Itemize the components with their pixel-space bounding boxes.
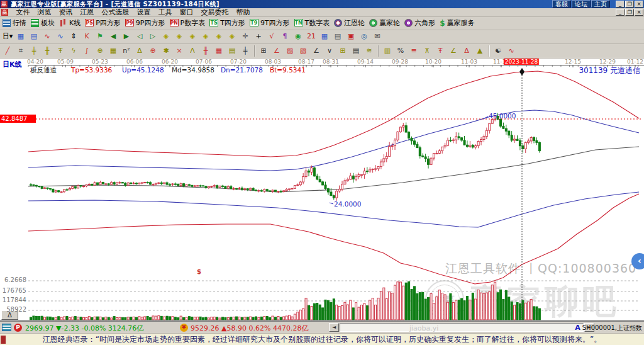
toolbar-button-六角形[interactable]: 六角形 <box>403 18 438 29</box>
draw-tool-32[interactable]: ≡ <box>408 45 420 57</box>
nav-tool-21[interactable]: ¶ <box>279 31 291 42</box>
window-sysbtn-1[interactable]: ❐ <box>625 1 634 8</box>
title-button-论坛[interactable]: 论坛 <box>572 0 591 8</box>
draw-tool-3[interactable]: ╫ <box>41 45 53 57</box>
mdi-sysbtn-0[interactable]: _ <box>616 9 625 16</box>
draw-tool-25[interactable]: ∨ <box>323 45 336 57</box>
draw-tool-12[interactable]: ✱ <box>160 45 172 57</box>
nav-tool-23[interactable]: 21 <box>305 31 318 42</box>
shenzhen-index-quote[interactable]: 9529.26 ▲58.90 0.62% 4470.28亿 <box>191 324 308 333</box>
toolbar-button-P四方形[interactable]: PSP四方形 <box>84 18 123 29</box>
nav-tool-6[interactable]: K <box>80 31 93 42</box>
draw-tool-4[interactable]: Ŧ <box>54 45 67 57</box>
draw-tool-30[interactable]: ▥ <box>381 45 394 57</box>
quote-grid-icon[interactable] <box>2 324 11 331</box>
nav-tool-5[interactable]: ⇕ <box>67 31 80 42</box>
menu-帮助[interactable]: 帮助 <box>233 8 254 17</box>
menu-浏览[interactable]: 浏览 <box>34 8 55 17</box>
chart-pane[interactable]: 江恩工具软件 丨QQ:100800360 赢家聊吧 财赢 日K线 04-2005… <box>0 59 644 321</box>
draw-tool-1[interactable]: ⌗ <box>14 45 27 57</box>
draw-tool-26[interactable]: ⊞ <box>336 45 349 57</box>
mdi-sysbtn-2[interactable]: × <box>635 9 643 16</box>
draw-tool-28[interactable]: ≋ <box>363 45 375 57</box>
nav-tool-24[interactable]: ▦ <box>318 31 331 42</box>
draw-tool-11[interactable]: ⊕ <box>147 45 159 57</box>
nav-tool-10[interactable]: ◁ <box>133 31 146 42</box>
draw-tool-17[interactable]: ▤ <box>226 45 238 57</box>
draw-tool-9[interactable]: n² <box>120 45 133 57</box>
draw-tool-22[interactable]: ▨ <box>284 45 296 57</box>
nav-tool-11[interactable]: ▷ <box>147 31 159 42</box>
toolbar-button-T数字表[interactable]: TNT数字表 <box>293 18 333 29</box>
toolbar-button-赢家服务[interactable]: $赢家服务 <box>438 18 477 29</box>
draw-tool-40[interactable]: ∿ <box>505 45 518 57</box>
nav-tool-14[interactable]: ◈ <box>186 31 199 42</box>
draw-tool-14[interactable]: Λ <box>186 45 199 57</box>
nav-tool-20[interactable]: √ <box>265 31 278 42</box>
nav-tool-2[interactable]: ▤ <box>28 31 40 42</box>
toolbar-button-9T四方形[interactable]: T99T四方形 <box>248 18 292 29</box>
title-bar[interactable]: 赢 赢家江恩专业版[赢家服务平台] - [元道通信 SZ301139-184日K… <box>0 0 644 8</box>
menu-窗口[interactable]: 窗口 <box>176 8 197 17</box>
draw-tool-16[interactable]: ▦ <box>213 45 225 57</box>
nav-tool-22[interactable]: ◉ <box>292 31 304 42</box>
nav-tool-8[interactable]: ◀ <box>107 31 119 42</box>
draw-tool-5[interactable]: ϟ <box>67 45 80 57</box>
nav-tool-25[interactable]: ▤ <box>331 31 344 42</box>
nav-tool-7[interactable]: ⚑ <box>94 31 106 42</box>
draw-tool-21[interactable]: ∠ <box>270 45 283 57</box>
nav-tool-3[interactable]: ∿ <box>41 31 53 42</box>
draw-tool-31[interactable]: % <box>394 45 407 57</box>
draw-tool-20[interactable]: ⊞ <box>257 45 270 57</box>
nav-tool-13[interactable]: ◈ <box>173 31 186 42</box>
nav-tool-15[interactable]: ◈ <box>199 31 212 42</box>
title-button-客服[interactable]: 客服 <box>552 0 571 8</box>
draw-tool-27[interactable]: ▤ <box>350 45 362 57</box>
scroll-left-button[interactable]: ◄ <box>329 323 339 332</box>
nav-tool-4[interactable]: ∿ <box>54 31 67 42</box>
draw-tool-23[interactable]: ▧ <box>297 45 309 57</box>
nav-tool-12[interactable]: ◈ <box>160 31 172 42</box>
draw-tool-10[interactable]: Δ <box>133 45 146 57</box>
draw-tool-18[interactable]: ╪ <box>239 45 252 57</box>
menu-资讯[interactable]: 资讯 <box>55 8 77 17</box>
draw-tool-34[interactable]: Ŧ <box>434 45 447 57</box>
toolbar-button-赢家轮[interactable]: 赢家轮 <box>368 18 402 29</box>
menu-公式选股[interactable]: 公式选股 <box>98 8 133 17</box>
toolbar-button-T四方形[interactable]: TST四方形 <box>208 18 248 29</box>
draw-tool-8[interactable]: ▦ <box>107 45 119 57</box>
nav-tool-28[interactable]: ✉ <box>371 31 384 42</box>
current-index-label[interactable]: ASH000001,上证指数 <box>575 324 642 332</box>
menu-江恩[interactable]: 江恩 <box>77 8 98 17</box>
toolbar-button-9P四方形[interactable]: P99P四方形 <box>124 18 168 29</box>
nav-tool-0[interactable]: 日▾ <box>1 31 14 42</box>
nav-tool-27[interactable]: ◎ <box>358 31 370 42</box>
side-panel-toggle-button[interactable]: ‹ <box>631 253 644 269</box>
window-sysbtn-0[interactable]: _ <box>616 1 625 8</box>
nav-tool-19[interactable]: + <box>252 31 265 42</box>
shanghai-market-icon[interactable]: P <box>14 324 22 332</box>
nav-tool-18[interactable]: ✛ <box>239 31 252 42</box>
draw-tool-6[interactable]: ∫ <box>80 45 93 57</box>
draw-tool-13[interactable]: × <box>173 45 186 57</box>
toolbar-button-K线[interactable]: K线 <box>58 18 83 29</box>
toolbar-button-板块[interactable]: 板块 <box>30 18 57 29</box>
menu-文件[interactable]: 文件 <box>13 8 34 17</box>
candlestick-chart[interactable] <box>0 59 644 321</box>
draw-tool-37[interactable]: ▲ <box>474 45 486 57</box>
draw-tool-2[interactable]: ╪ <box>28 45 40 57</box>
mdi-sysbtn-1[interactable]: ❐ <box>625 9 634 16</box>
draw-tool-7[interactable]: ⊕ <box>94 45 106 57</box>
draw-tool-15[interactable]: ╫ <box>199 45 212 57</box>
nav-tool-17[interactable]: ◈ <box>226 31 238 42</box>
toolbar-button-江恩轮[interactable]: 江恩轮 <box>333 18 367 29</box>
window-sysbtn-2[interactable]: × <box>635 1 643 8</box>
toolbar-button-P数字表[interactable]: PNP数字表 <box>169 18 208 29</box>
nav-tool-16[interactable]: ◈ <box>213 31 225 42</box>
menu-设置[interactable]: 设置 <box>133 8 155 17</box>
nav-tool-26[interactable]: ▣ <box>345 31 357 42</box>
nav-tool-9[interactable]: ▶ <box>120 31 133 42</box>
menu-工具[interactable]: 工具 <box>155 8 176 17</box>
draw-tool-0[interactable]: ╱ <box>1 45 14 57</box>
shanghai-index-quote[interactable]: 2969.97 ▼-2.33 -0.08% 3124.76亿 <box>25 324 143 333</box>
